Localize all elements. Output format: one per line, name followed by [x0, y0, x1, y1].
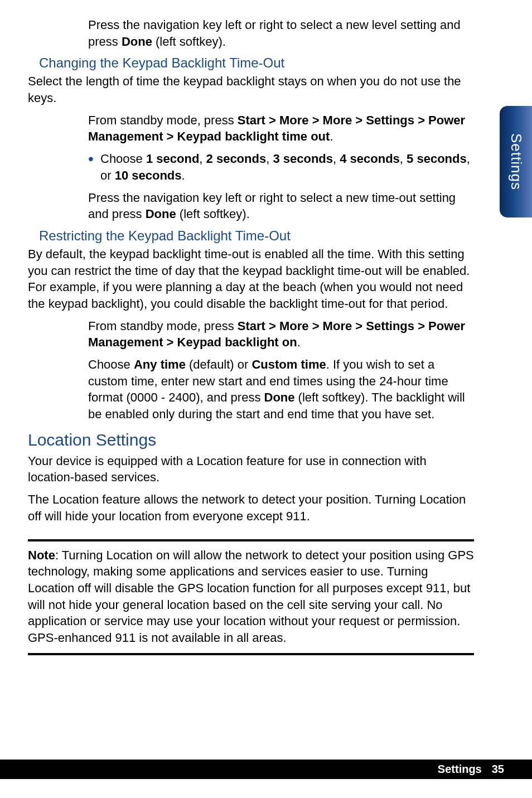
- option: 5 seconds: [407, 152, 467, 166]
- option: 2 seconds: [206, 152, 267, 166]
- text: .: [330, 129, 333, 143]
- paragraph: The Location feature allows the network …: [28, 491, 474, 524]
- side-tab-label: Settings: [507, 133, 525, 190]
- text: Press the navigation key left or right t…: [88, 191, 456, 221]
- side-tab: Settings: [500, 106, 532, 217]
- paragraph: From standby mode, press Start > More > …: [28, 318, 474, 351]
- text: From standby mode, press: [88, 319, 238, 333]
- paragraph: By default, the keypad backlight time-ou…: [28, 246, 474, 312]
- ui-term-done: Done: [122, 35, 152, 49]
- note-text: : Turning Location on will allow the net…: [28, 548, 474, 645]
- text: (left softkey).: [176, 207, 250, 221]
- option: 10 seconds: [115, 168, 182, 182]
- option-custom-time: Custom time: [252, 357, 326, 371]
- text: ,: [266, 152, 273, 166]
- ui-term-done: Done: [146, 207, 176, 221]
- heading-location-settings: Location Settings: [28, 431, 474, 449]
- paragraph: Press the navigation key left or right t…: [28, 190, 474, 223]
- paragraph: Your device is equipped with a Location …: [28, 453, 474, 486]
- text: ,: [400, 152, 407, 166]
- text: .: [182, 168, 185, 182]
- text: ,: [199, 152, 206, 166]
- text: .: [297, 335, 301, 349]
- option: 3 seconds: [273, 152, 333, 166]
- text: ,: [333, 152, 340, 166]
- page-footer: Settings35: [0, 760, 532, 779]
- text: Choose: [100, 152, 146, 166]
- ui-term-done: Done: [264, 390, 295, 404]
- note-label: Note: [28, 548, 55, 562]
- text: From standby mode, press: [88, 113, 238, 127]
- paragraph: Choose Any time (default) or Custom time…: [28, 356, 474, 423]
- note-divider-top: [28, 539, 474, 541]
- bullet-item: Choose 1 second, 2 seconds, 3 seconds, 4…: [28, 151, 474, 183]
- option: 1 second: [146, 152, 199, 166]
- text: (left softkey).: [152, 35, 226, 49]
- footer-page-number: 35: [492, 763, 504, 775]
- heading-changing-keypad-backlight-timeout: Changing the Keypad Backlight Time-Out: [39, 55, 474, 71]
- paragraph: From standby mode, press Start > More > …: [28, 112, 474, 145]
- footer-section: Settings: [438, 763, 482, 775]
- page-content: Press the navigation key left or right t…: [28, 17, 474, 655]
- paragraph: Select the length of time the keypad bac…: [28, 73, 474, 106]
- text: (default) or: [186, 357, 252, 371]
- paragraph: Press the navigation key left or right t…: [28, 17, 474, 50]
- note-divider-bottom: [28, 653, 474, 655]
- note-paragraph: Note: Turning Location on will allow the…: [28, 547, 474, 646]
- option-any-time: Any time: [134, 357, 186, 371]
- text: Choose: [88, 357, 134, 371]
- option: 4 seconds: [340, 152, 400, 166]
- heading-restricting-keypad-backlight-timeout: Restricting the Keypad Backlight Time-Ou…: [39, 228, 474, 244]
